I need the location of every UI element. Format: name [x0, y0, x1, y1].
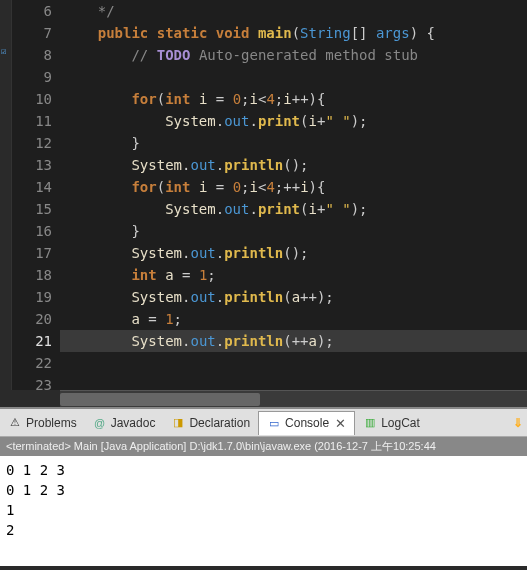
- tab-label: LogCat: [381, 416, 420, 430]
- code-line[interactable]: System.out.println(++a);: [60, 330, 527, 352]
- line-number: 10: [12, 88, 52, 110]
- line-number: 14: [12, 176, 52, 198]
- line-number: 22: [12, 352, 52, 374]
- tab-console[interactable]: ▭ Console ✕: [258, 411, 355, 435]
- line-number: 12: [12, 132, 52, 154]
- tab-label: Declaration: [189, 416, 250, 430]
- close-icon[interactable]: ✕: [335, 416, 346, 431]
- tab-label: Problems: [26, 416, 77, 430]
- code-line[interactable]: [60, 374, 527, 390]
- line-number: 18: [12, 264, 52, 286]
- code-line[interactable]: for(int i = 0;i<4;++i){: [60, 176, 527, 198]
- declaration-icon: ◨: [171, 416, 185, 430]
- console-output[interactable]: 0 1 2 3 0 1 2 3 12: [0, 456, 527, 566]
- line-number: 17: [12, 242, 52, 264]
- line-number: 23: [12, 374, 52, 396]
- console-line: 0 1 2 3: [6, 460, 521, 480]
- tab-javadoc[interactable]: @ Javadoc: [85, 412, 164, 434]
- code-line[interactable]: System.out.println(a++);: [60, 286, 527, 308]
- line-number: 13: [12, 154, 52, 176]
- code-line[interactable]: System.out.print(i+" ");: [60, 110, 527, 132]
- code-line[interactable]: // TODO Auto-generated method stub: [60, 44, 527, 66]
- console-line: 0 1 2 3: [6, 480, 521, 500]
- code-editor[interactable]: ☑ 67891011121314151617181920212223 */ pu…: [0, 0, 527, 390]
- line-number: 6: [12, 0, 52, 22]
- console-line: 1: [6, 500, 521, 520]
- code-line[interactable]: int a = 1;: [60, 264, 527, 286]
- overflow-indicator-icon[interactable]: ⇓: [509, 416, 527, 430]
- code-line[interactable]: */: [60, 0, 527, 22]
- line-number: 7: [12, 22, 52, 44]
- line-number: 19: [12, 286, 52, 308]
- tab-declaration[interactable]: ◨ Declaration: [163, 412, 258, 434]
- line-number: 8: [12, 44, 52, 66]
- tab-label: Console: [285, 416, 329, 430]
- code-line[interactable]: }: [60, 220, 527, 242]
- code-content[interactable]: */ public static void main(String[] args…: [60, 0, 527, 390]
- console-line: 2: [6, 520, 521, 540]
- line-number: 16: [12, 220, 52, 242]
- line-number: 15: [12, 198, 52, 220]
- line-number: 21: [12, 330, 52, 352]
- console-status: <terminated> Main [Java Application] D:\…: [0, 437, 527, 456]
- logcat-icon: ▥: [363, 416, 377, 430]
- code-line[interactable]: a = 1;: [60, 308, 527, 330]
- marker-column: ☑: [0, 0, 12, 390]
- bottom-panel: ⚠ Problems @ Javadoc ◨ Declaration ▭ Con…: [0, 407, 527, 566]
- problems-icon: ⚠: [8, 416, 22, 430]
- code-line[interactable]: public static void main(String[] args) {: [60, 22, 527, 44]
- code-line[interactable]: [60, 66, 527, 88]
- tab-logcat[interactable]: ▥ LogCat: [355, 412, 428, 434]
- task-marker-icon[interactable]: ☑: [1, 46, 11, 56]
- line-number: 20: [12, 308, 52, 330]
- line-number-gutter: 67891011121314151617181920212223: [12, 0, 60, 390]
- code-line[interactable]: }: [60, 132, 527, 154]
- tab-label: Javadoc: [111, 416, 156, 430]
- console-icon: ▭: [267, 416, 281, 430]
- panel-tabs: ⚠ Problems @ Javadoc ◨ Declaration ▭ Con…: [0, 409, 527, 437]
- code-line[interactable]: System.out.print(i+" ");: [60, 198, 527, 220]
- tab-problems[interactable]: ⚠ Problems: [0, 412, 85, 434]
- line-number: 11: [12, 110, 52, 132]
- code-line[interactable]: for(int i = 0;i<4;i++){: [60, 88, 527, 110]
- scrollbar-thumb[interactable]: [60, 393, 260, 406]
- code-line[interactable]: System.out.println();: [60, 242, 527, 264]
- line-number: 9: [12, 66, 52, 88]
- horizontal-scrollbar[interactable]: [60, 390, 527, 407]
- javadoc-icon: @: [93, 416, 107, 430]
- code-line[interactable]: System.out.println();: [60, 154, 527, 176]
- code-line[interactable]: [60, 352, 527, 374]
